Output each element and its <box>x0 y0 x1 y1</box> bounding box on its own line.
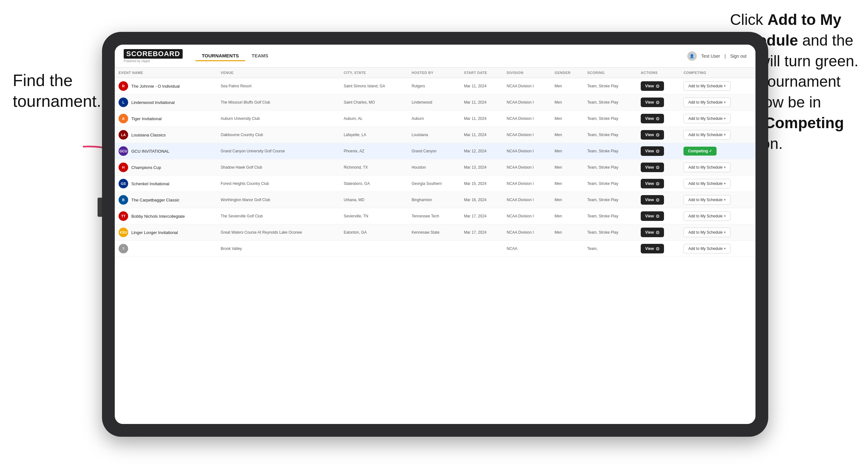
actions-cell: View ⊙ <box>637 241 680 257</box>
col-city-state: CITY, STATE <box>340 68 408 78</box>
scoring-cell: Team, <box>583 241 637 257</box>
view-button[interactable]: View ⊙ <box>641 81 664 91</box>
view-button[interactable]: View ⊙ <box>641 195 664 205</box>
team-logo: A <box>119 114 128 123</box>
view-button[interactable]: View ⊙ <box>641 146 664 156</box>
team-logo: GS <box>119 179 128 188</box>
competing-cell: Add to My Schedule + <box>680 159 755 176</box>
add-to-schedule-button[interactable]: Add to My Schedule + <box>683 211 731 221</box>
competing-cell: Add to My Schedule + <box>680 224 755 241</box>
table-row: GCU GCU INVITATIONAL Grand Canyon Univer… <box>115 143 755 159</box>
scoring-cell: Team, Stroke Play <box>583 78 637 94</box>
start-date-cell: Mar 11, 2024 <box>460 94 503 111</box>
scoring-cell: Team, Stroke Play <box>583 111 637 127</box>
competing-cell: Add to My Schedule + <box>680 78 755 94</box>
team-logo: LA <box>119 130 128 139</box>
logo-subtitle: Powered by clippd <box>124 59 183 63</box>
city-state-cell: Statesboro, GA <box>340 176 408 192</box>
user-avatar: 👤 <box>687 51 697 61</box>
col-gender: GENDER <box>551 68 583 78</box>
venue-cell: Shadow Hawk Golf Club <box>217 159 340 176</box>
scoring-cell: Team, Stroke Play <box>583 159 637 176</box>
division-cell: NCAA <box>503 241 551 257</box>
start-date-cell: Mar 15, 2024 <box>460 176 503 192</box>
start-date-cell: Mar 17, 2024 <box>460 224 503 241</box>
col-venue: VENUE <box>217 68 340 78</box>
venue-cell: Oakbourne Country Club <box>217 127 340 143</box>
actions-cell: View ⊙ <box>637 224 680 241</box>
actions-cell: View ⊙ <box>637 94 680 111</box>
event-name: Schenkel Invitational <box>131 181 169 186</box>
city-state-cell: Saint Simons Island, GA <box>340 78 408 94</box>
venue-cell: Worthington Manor Golf Club <box>217 192 340 208</box>
venue-cell: Forest Heights Country Club <box>217 176 340 192</box>
add-to-schedule-button[interactable]: Add to My Schedule + <box>683 81 731 91</box>
event-name: Tiger Invitational <box>131 116 162 121</box>
view-button[interactable]: View ⊙ <box>641 211 664 221</box>
sign-out-link[interactable]: Sign out <box>730 54 747 59</box>
event-name-cell: GS Schenkel Invitational <box>115 176 217 192</box>
view-button[interactable]: View ⊙ <box>641 227 664 237</box>
actions-cell: View ⊙ <box>637 208 680 224</box>
city-state-cell <box>340 241 408 257</box>
team-logo: L <box>119 97 128 107</box>
venue-cell: Brook Valley <box>217 241 340 257</box>
table-row: A Tiger Invitational Auburn University C… <box>115 111 755 127</box>
competing-cell: Add to My Schedule + <box>680 127 755 143</box>
division-cell: NCAA Division I <box>503 127 551 143</box>
view-button[interactable]: View ⊙ <box>641 179 664 188</box>
hosted-by-cell: Houston <box>408 159 460 176</box>
hosted-by-cell: Tennessee Tech <box>408 208 460 224</box>
view-button[interactable]: View ⊙ <box>641 130 664 139</box>
add-to-schedule-button[interactable]: Add to My Schedule + <box>683 244 731 253</box>
view-button[interactable]: View ⊙ <box>641 114 664 123</box>
col-competing: COMPETING <box>680 68 755 78</box>
scoring-cell: Team, Stroke Play <box>583 143 637 159</box>
scoring-cell: Team, Stroke Play <box>583 127 637 143</box>
hosted-by-cell: Grand Canyon <box>408 143 460 159</box>
add-to-schedule-button[interactable]: Add to My Schedule + <box>683 195 731 205</box>
add-to-schedule-button[interactable]: Add to My Schedule + <box>683 114 731 123</box>
division-cell: NCAA Division I <box>503 208 551 224</box>
team-logo: TT <box>119 211 128 221</box>
competing-cell: Add to My Schedule + <box>680 94 755 111</box>
competing-button[interactable]: Competing ✓ <box>683 147 717 156</box>
city-state-cell: Urbana, MD <box>340 192 408 208</box>
scoring-cell: Team, Stroke Play <box>583 224 637 241</box>
view-button[interactable]: View ⊙ <box>641 162 664 172</box>
start-date-cell: Mar 12, 2024 <box>460 143 503 159</box>
add-to-schedule-button[interactable]: Add to My Schedule + <box>683 97 731 107</box>
add-to-schedule-button[interactable]: Add to My Schedule + <box>683 130 731 139</box>
city-state-cell: Saint Charles, MO <box>340 94 408 111</box>
event-name-cell: GCU GCU INVITATIONAL <box>115 143 217 159</box>
add-to-schedule-button[interactable]: Add to My Schedule + <box>683 227 731 237</box>
event-name-cell: L Lindenwood Invitational <box>115 94 217 111</box>
event-name: Champions Cup <box>131 165 161 170</box>
venue-cell: Great Waters Course At Reynolds Lake Oco… <box>217 224 340 241</box>
event-name-cell: TT Bobby Nichols Intercollegiate <box>115 208 217 224</box>
tab-tournaments[interactable]: TOURNAMENTS <box>195 51 245 61</box>
event-name: Bobby Nichols Intercollegiate <box>131 214 185 219</box>
team-logo: ? <box>119 244 128 253</box>
view-button[interactable]: View ⊙ <box>641 244 664 253</box>
table-row: B The Carpetbagger Classic Worthington M… <box>115 192 755 208</box>
competing-cell: Add to My Schedule + <box>680 111 755 127</box>
city-state-cell: Lafayette, LA <box>340 127 408 143</box>
add-to-schedule-button[interactable]: Add to My Schedule + <box>683 162 731 172</box>
add-to-schedule-button[interactable]: Add to My Schedule + <box>683 179 731 188</box>
tournament-table-container: EVENT NAME VENUE CITY, STATE HOSTED BY S… <box>115 68 755 424</box>
hosted-by-cell <box>408 241 460 257</box>
col-actions: ACTIONS <box>637 68 680 78</box>
logo-area: SCOREBOARD Powered by clippd <box>124 49 183 63</box>
event-name: Louisiana Classics <box>131 133 166 137</box>
city-state-cell: Auburn, AL <box>340 111 408 127</box>
division-cell: NCAA Division I <box>503 111 551 127</box>
tournament-table: EVENT NAME VENUE CITY, STATE HOSTED BY S… <box>115 68 755 257</box>
start-date-cell: Mar 11, 2024 <box>460 78 503 94</box>
tab-teams[interactable]: TEAMS <box>245 51 275 61</box>
gender-cell: Men <box>551 192 583 208</box>
view-button[interactable]: View ⊙ <box>641 97 664 107</box>
scoring-cell: Team, Stroke Play <box>583 192 637 208</box>
gender-cell: Men <box>551 224 583 241</box>
event-name-cell: ? <box>115 241 217 257</box>
